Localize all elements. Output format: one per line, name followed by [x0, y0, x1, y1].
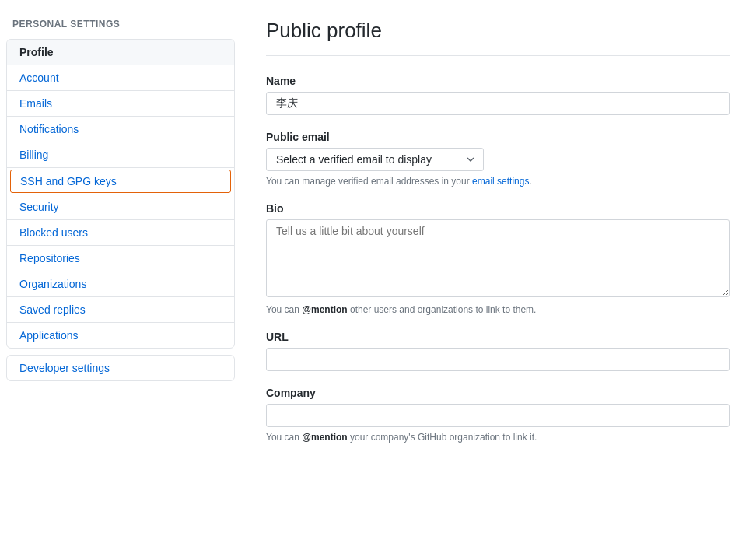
- company-help-mid: your company's GitHub organization to li…: [348, 432, 537, 443]
- public-email-help-pre: You can manage verified email addresses …: [266, 176, 472, 187]
- sidebar-item-profile[interactable]: Profile: [7, 40, 234, 65]
- sidebar-item-billing[interactable]: Billing: [7, 142, 234, 168]
- public-email-label: Public email: [266, 131, 730, 143]
- name-label: Name: [266, 75, 730, 87]
- name-field-group: Name: [266, 75, 730, 115]
- url-label: URL: [266, 331, 730, 343]
- email-settings-link[interactable]: email settings: [472, 176, 529, 187]
- public-email-field-group: Public email Select a verified email to …: [266, 131, 730, 187]
- bio-label: Bio: [266, 202, 730, 215]
- sidebar-item-ssh-gpg-keys[interactable]: SSH and GPG keys: [10, 170, 231, 193]
- sidebar-item-applications[interactable]: Applications: [7, 323, 234, 348]
- bio-help-post: other users and organizations to link to…: [348, 304, 537, 315]
- sidebar-item-account[interactable]: Account: [7, 65, 234, 91]
- url-field-group: URL: [266, 331, 730, 371]
- company-mention: @mention: [302, 432, 347, 443]
- company-field-group: Company You can @mention your company's …: [266, 387, 730, 443]
- company-label: Company: [266, 387, 730, 399]
- sidebar-item-saved-replies[interactable]: Saved replies: [7, 297, 234, 323]
- bio-help: You can @mention other users and organiz…: [266, 304, 730, 315]
- company-help: You can @mention your company's GitHub o…: [266, 432, 730, 443]
- public-email-select[interactable]: Select a verified email to display: [266, 148, 484, 171]
- sidebar-item-notifications[interactable]: Notifications: [7, 117, 234, 142]
- sidebar-developer-group: Developer settings: [6, 355, 235, 381]
- bio-help-pre: You can: [266, 304, 302, 315]
- sidebar-item-repositories[interactable]: Repositories: [7, 246, 234, 271]
- bio-textarea[interactable]: [266, 219, 730, 297]
- bio-field-group: Bio You can @mention other users and org…: [266, 202, 730, 315]
- sidebar: Personal settings Profile Account Emails…: [0, 0, 241, 550]
- name-input[interactable]: [266, 92, 730, 115]
- company-help-pre: You can: [266, 432, 302, 443]
- sidebar-section-title: Personal settings: [0, 12, 241, 33]
- bio-mention: @mention: [302, 304, 347, 315]
- sidebar-item-organizations[interactable]: Organizations: [7, 271, 234, 297]
- public-email-help: You can manage verified email addresses …: [266, 176, 730, 187]
- sidebar-item-blocked-users[interactable]: Blocked users: [7, 220, 234, 246]
- sidebar-item-developer-settings[interactable]: Developer settings: [7, 356, 234, 380]
- url-input[interactable]: [266, 348, 730, 371]
- public-email-help-post: .: [529, 176, 531, 187]
- main-content: Public profile Name Public email Select …: [241, 0, 754, 550]
- page-title: Public profile: [266, 19, 730, 56]
- sidebar-item-security[interactable]: Security: [7, 194, 234, 220]
- sidebar-item-emails[interactable]: Emails: [7, 91, 234, 117]
- sidebar-nav-group: Profile Account Emails Notifications Bil…: [6, 39, 235, 349]
- company-input[interactable]: [266, 404, 730, 427]
